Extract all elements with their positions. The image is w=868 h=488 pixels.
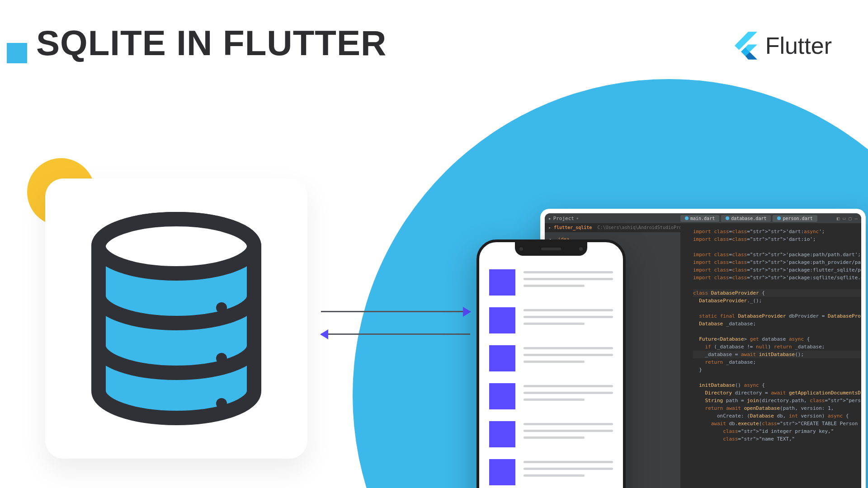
ide-tab[interactable]: person.dart bbox=[773, 215, 817, 222]
ide-tabs: main.dartdatabase.dartperson.dart bbox=[680, 213, 817, 223]
phone-mockup bbox=[476, 239, 626, 488]
ide-window-controls: ◧ ▭ ▢ — bbox=[837, 216, 858, 221]
database-card bbox=[45, 178, 307, 459]
svg-point-3 bbox=[216, 353, 227, 364]
flutter-label: Flutter bbox=[765, 32, 832, 59]
phone-notch bbox=[515, 242, 587, 256]
page-title: SQLITE IN FLUTTER bbox=[36, 23, 387, 64]
list-item bbox=[489, 421, 613, 447]
list-thumbnail bbox=[489, 269, 515, 296]
database-icon bbox=[86, 210, 267, 427]
title-accent-bar bbox=[7, 43, 27, 63]
svg-point-4 bbox=[216, 398, 227, 409]
phone-list bbox=[479, 261, 623, 488]
list-thumbnail bbox=[489, 383, 515, 409]
flutter-logo: Flutter bbox=[735, 32, 832, 60]
flutter-icon bbox=[735, 32, 757, 60]
ide-tab[interactable]: database.dart bbox=[721, 215, 771, 222]
sync-arrows bbox=[321, 307, 470, 343]
list-thumbnail bbox=[489, 421, 515, 447]
ide-code-editor: import class=class="str">"str">'dart:asy… bbox=[680, 224, 861, 488]
list-item bbox=[489, 345, 613, 371]
list-item bbox=[489, 307, 613, 333]
svg-point-1 bbox=[99, 219, 254, 273]
list-thumbnail bbox=[489, 307, 515, 333]
list-item bbox=[489, 459, 613, 485]
list-item bbox=[489, 269, 613, 296]
ide-project-label: ▸Project▾ bbox=[548, 216, 579, 221]
list-thumbnail bbox=[489, 345, 515, 371]
list-thumbnail bbox=[489, 459, 515, 485]
ide-tab[interactable]: main.dart bbox=[680, 215, 719, 222]
list-item bbox=[489, 383, 613, 409]
svg-point-2 bbox=[216, 302, 227, 313]
